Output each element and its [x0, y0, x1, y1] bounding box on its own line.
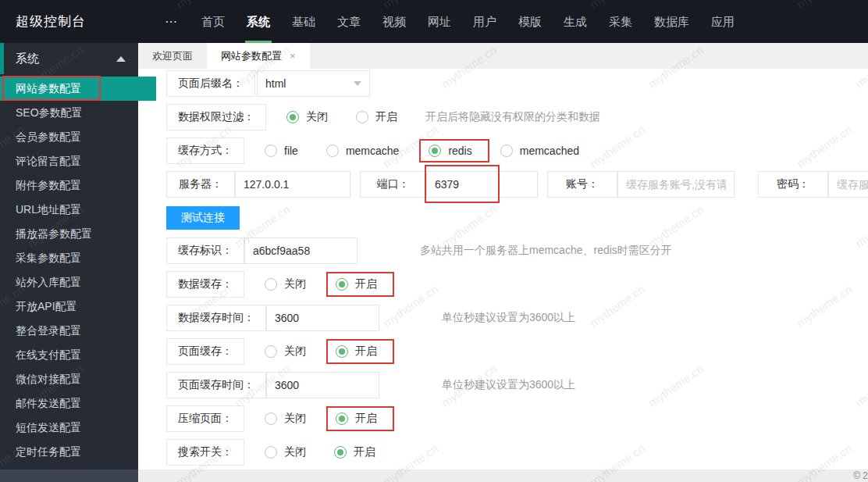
radio-checked-icon: [429, 145, 441, 157]
nav-item-database[interactable]: 数据库: [643, 0, 700, 43]
search-switch-label: 搜索开关：: [166, 439, 244, 466]
app-logo: 超级控制台: [0, 12, 144, 30]
sidebar-group-title: 系统: [16, 52, 39, 66]
port-input[interactable]: [426, 171, 538, 198]
radio-checked-icon: [336, 345, 348, 358]
nav-item-url[interactable]: 网址: [417, 0, 462, 43]
nav-item-collect[interactable]: 采集: [598, 0, 643, 43]
cache-mode-label: 缓存方式：: [166, 137, 244, 164]
row-page-suffix: 页面后缀名： html: [166, 70, 868, 97]
sidebar: 系统 网站参数配置 SEO参数配置 会员参数配置 评论留言配置 附件参数配置 U…: [0, 43, 138, 482]
main-layout: 系统 网站参数配置 SEO参数配置 会员参数配置 评论留言配置 附件参数配置 U…: [0, 43, 868, 482]
data-cache-time-input[interactable]: [266, 305, 379, 331]
tab-welcome[interactable]: 欢迎页面: [138, 43, 207, 69]
settings-form: 页面后缀名： html 数据权限过滤： 关闭 开启 开启后将隐藏没有权限的分类和…: [138, 69, 868, 470]
page-cache-time-label: 页面缓存时间：: [166, 372, 266, 398]
radio-unchecked-icon: [326, 145, 339, 157]
sidebar-scrollbar[interactable]: [0, 470, 138, 482]
sidebar-item-sms[interactable]: 短信发送配置: [0, 416, 138, 440]
server-label: 服务器：: [166, 171, 235, 198]
data-permission-on-radio[interactable]: 开启: [356, 110, 397, 124]
nav-item-video[interactable]: 视频: [372, 0, 417, 43]
more-icon[interactable]: ⋯: [165, 14, 178, 29]
radio-checked-icon: [336, 278, 348, 291]
page-cache-time-input[interactable]: [266, 372, 379, 398]
port-input-wrap: [426, 171, 538, 198]
partial-copyright-text: © 2: [853, 470, 868, 481]
sidebar-item-cron[interactable]: 定时任务配置: [0, 440, 138, 464]
data-cache-time-hint: 单位秒建议设置为3600以上: [442, 311, 575, 325]
row-data-cache-time: 数据缓存时间： 单位秒建议设置为3600以上: [166, 305, 868, 331]
search-switch-off-radio[interactable]: 关闭: [265, 445, 306, 459]
cache-mode-memcached-radio[interactable]: memcached: [500, 145, 579, 157]
data-cache-on-radio[interactable]: 开启: [336, 277, 377, 291]
tab-bar: 欢迎页面 网站参数配置 ×: [138, 43, 868, 69]
page-cache-time-hint: 单位秒建议设置为3600以上: [442, 378, 575, 392]
radio-checked-icon: [336, 412, 348, 425]
row-search-switch: 搜索开关： 关闭 开启: [166, 439, 868, 466]
page-suffix-select[interactable]: html: [257, 70, 370, 97]
cache-mode-memcache-radio[interactable]: memcache: [326, 145, 399, 157]
row-cache-id: 缓存标识： 多站共用一个服务器上memcache、redis时需区分开: [166, 237, 868, 264]
radio-checked-icon: [286, 111, 299, 123]
data-cache-off-radio[interactable]: 关闭: [265, 277, 306, 291]
cache-id-hint: 多站共用一个服务器上memcache、redis时需区分开: [420, 244, 672, 258]
cache-id-input[interactable]: [244, 237, 358, 264]
server-input[interactable]: [235, 171, 350, 198]
sidebar-item-url[interactable]: URL地址配置: [0, 198, 138, 222]
sidebar-item-comment[interactable]: 评论留言配置: [0, 149, 138, 173]
annotation-box: 开启: [326, 339, 394, 364]
port-label: 端口：: [360, 171, 426, 198]
nav-item-home[interactable]: 首页: [190, 0, 236, 43]
password-label: 密码：: [758, 171, 828, 198]
sidebar-item-wechat[interactable]: 微信对接配置: [0, 367, 138, 391]
password-input[interactable]: [828, 171, 868, 198]
radio-unchecked-icon: [265, 145, 277, 157]
sidebar-item-collect[interactable]: 采集参数配置: [0, 246, 138, 270]
data-permission-off-radio[interactable]: 关闭: [286, 110, 328, 124]
page-cache-off-radio[interactable]: 关闭: [265, 345, 306, 359]
radio-unchecked-icon: [500, 145, 513, 157]
annotation-box: 开启: [326, 272, 394, 297]
compress-page-on-radio[interactable]: 开启: [336, 412, 377, 426]
row-compress-page: 压缩页面： 关闭 开启: [166, 405, 868, 432]
nav-item-app[interactable]: 应用: [700, 0, 745, 43]
tab-site-params[interactable]: 网站参数配置 ×: [207, 43, 310, 69]
page-cache-on-radio[interactable]: 开启: [336, 345, 377, 359]
nav-item-system[interactable]: 系统: [236, 0, 281, 43]
nav-item-user[interactable]: 用户: [462, 0, 507, 43]
collapse-arrow-icon: [116, 56, 126, 62]
compress-page-off-radio[interactable]: 关闭: [265, 412, 306, 426]
sidebar-item-email[interactable]: 邮件发送配置: [0, 391, 138, 416]
nav-item-basic[interactable]: 基础: [281, 0, 326, 43]
sidebar-menu: 网站参数配置 SEO参数配置 会员参数配置 评论留言配置 附件参数配置 URL地…: [0, 77, 138, 464]
test-connection-button[interactable]: 测试连接: [166, 206, 240, 230]
sidebar-item-external[interactable]: 站外入库配置: [0, 270, 138, 295]
chevron-down-icon: [354, 81, 361, 86]
sidebar-group-system[interactable]: 系统: [0, 43, 138, 74]
sidebar-item-attachment[interactable]: 附件参数配置: [0, 173, 138, 198]
search-switch-on-radio[interactable]: 开启: [334, 445, 375, 459]
nav-item-article[interactable]: 文章: [326, 0, 372, 43]
radio-unchecked-icon: [356, 111, 368, 123]
account-input[interactable]: [617, 171, 735, 198]
sidebar-item-seo[interactable]: SEO参数配置: [0, 101, 138, 125]
top-nav: 首页 系统 基础 文章 视频 网址 用户 模版 生成 采集 数据库 应用: [190, 0, 745, 43]
sidebar-item-site-params[interactable]: 网站参数配置: [0, 77, 156, 101]
sidebar-item-open-api[interactable]: 开放API配置: [0, 295, 138, 319]
sidebar-item-member[interactable]: 会员参数配置: [0, 125, 138, 149]
radio-unchecked-icon: [265, 278, 277, 291]
cache-mode-file-radio[interactable]: file: [265, 145, 298, 157]
data-permission-label: 数据权限过滤：: [166, 104, 266, 130]
nav-item-generate[interactable]: 生成: [553, 0, 598, 43]
compress-page-label: 压缩页面：: [166, 405, 244, 432]
cache-mode-redis-radio[interactable]: redis: [429, 145, 471, 157]
close-tab-icon[interactable]: ×: [290, 43, 296, 69]
sidebar-item-payment[interactable]: 在线支付配置: [0, 343, 138, 367]
data-cache-label: 数据缓存：: [166, 271, 244, 298]
nav-item-template[interactable]: 模版: [507, 0, 553, 43]
sidebar-item-player[interactable]: 播放器参数配置: [0, 222, 138, 246]
page-suffix-label: 页面后缀名：: [166, 70, 255, 97]
sidebar-item-login[interactable]: 整合登录配置: [0, 319, 138, 343]
horizontal-scrollbar[interactable]: [138, 470, 868, 482]
